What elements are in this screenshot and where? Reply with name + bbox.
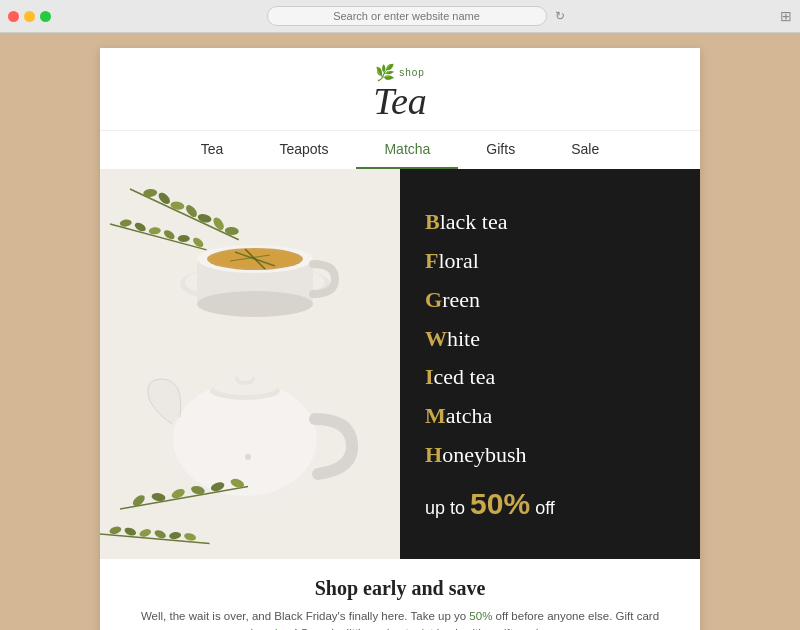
highlight-50: 50% bbox=[469, 610, 492, 622]
dot-yellow[interactable] bbox=[24, 11, 35, 22]
content-heading: Shop early and save bbox=[120, 577, 680, 600]
gold-letter: I bbox=[425, 364, 434, 389]
tea-type-iced-tea[interactable]: Iced tea bbox=[425, 362, 675, 393]
browser-dots bbox=[8, 11, 51, 22]
gold-letter: B bbox=[425, 209, 440, 234]
discount-line: up to 50% off bbox=[425, 487, 675, 521]
dot-red[interactable] bbox=[8, 11, 19, 22]
gold-letter: M bbox=[425, 403, 446, 428]
tea-type-text: reen bbox=[442, 287, 480, 312]
logo-shop-text: shop bbox=[399, 67, 425, 78]
refresh-icon[interactable]: ↻ bbox=[555, 9, 565, 24]
tea-type-honeybush[interactable]: Honeybush bbox=[425, 440, 675, 471]
page-wrapper: 🌿 shop Tea Tea Teapots Matcha Gifts Sale bbox=[0, 33, 800, 630]
browser-chrome: ↻ ⊞ bbox=[0, 0, 800, 33]
site-nav: Tea Teapots Matcha Gifts Sale bbox=[100, 130, 700, 169]
discount-percent: 50% bbox=[470, 487, 530, 520]
tea-type-green[interactable]: Green bbox=[425, 285, 675, 316]
nav-gifts[interactable]: Gifts bbox=[458, 131, 543, 169]
gold-letter: G bbox=[425, 287, 442, 312]
tea-type-text: lack tea bbox=[440, 209, 508, 234]
discount-suffix: off bbox=[535, 498, 555, 518]
nav-sale[interactable]: Sale bbox=[543, 131, 627, 169]
discount-prefix: up to bbox=[425, 498, 465, 518]
tea-type-text: hite bbox=[447, 326, 480, 351]
browser-address-bar: ↻ bbox=[59, 6, 772, 26]
tea-illustration bbox=[100, 169, 400, 559]
dot-green[interactable] bbox=[40, 11, 51, 22]
nav-teapots[interactable]: Teapots bbox=[251, 131, 356, 169]
tea-type-floral[interactable]: Floral bbox=[425, 246, 675, 277]
nav-tea[interactable]: Tea bbox=[173, 131, 252, 169]
logo-tea-text: Tea bbox=[373, 82, 427, 120]
tea-type-matcha[interactable]: Matcha bbox=[425, 401, 675, 432]
tea-type-text: atcha bbox=[446, 403, 492, 428]
svg-point-32 bbox=[237, 371, 253, 381]
website-container: 🌿 shop Tea Tea Teapots Matcha Gifts Sale bbox=[100, 48, 700, 630]
svg-point-20 bbox=[197, 291, 313, 317]
gold-letter: W bbox=[425, 326, 447, 351]
hero-text-side: Black tea Floral Green White Iced tea Ma… bbox=[400, 169, 700, 559]
content-bottom: Shop early and save Well, the wait is ov… bbox=[100, 559, 700, 630]
hero-section: Black tea Floral Green White Iced tea Ma… bbox=[100, 169, 700, 559]
hero-image-side bbox=[100, 169, 400, 559]
address-input[interactable] bbox=[267, 6, 547, 26]
tea-type-white[interactable]: White bbox=[425, 324, 675, 355]
gold-letter: H bbox=[425, 442, 442, 467]
tea-type-text: loral bbox=[438, 248, 478, 273]
nav-matcha[interactable]: Matcha bbox=[356, 131, 458, 169]
gold-letter: F bbox=[425, 248, 438, 273]
tea-type-text: oneybush bbox=[442, 442, 526, 467]
content-text: Well, the wait is over, and Black Friday… bbox=[120, 608, 680, 630]
expand-icon[interactable]: ⊞ bbox=[780, 8, 792, 25]
svg-point-14 bbox=[178, 235, 190, 242]
logo-container: 🌿 shop Tea bbox=[100, 63, 700, 120]
tea-type-black-tea[interactable]: Black tea bbox=[425, 207, 675, 238]
site-header: 🌿 shop Tea Tea Teapots Matcha Gifts Sale bbox=[100, 48, 700, 169]
tea-type-text: ced tea bbox=[434, 364, 496, 389]
svg-point-33 bbox=[245, 454, 251, 460]
